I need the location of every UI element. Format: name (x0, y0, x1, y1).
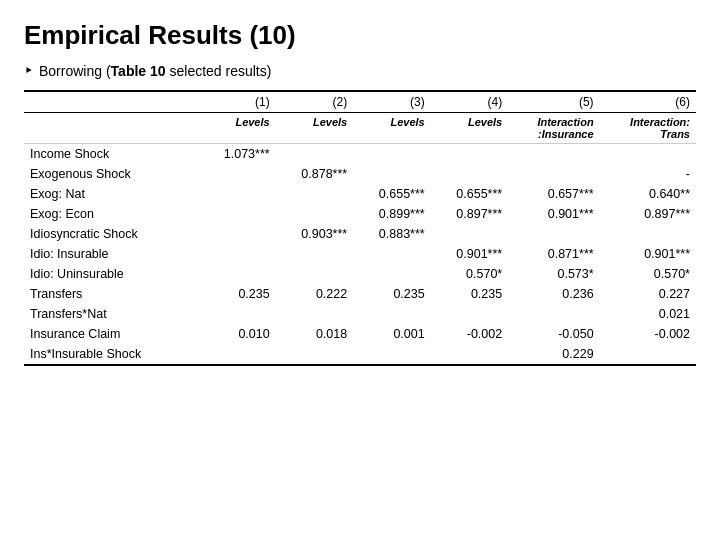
row-cell: 0.229 (508, 344, 599, 365)
row-cell: 0.901*** (431, 244, 509, 264)
row-cell (353, 244, 431, 264)
row-cell (600, 144, 696, 165)
row-cell (198, 204, 276, 224)
row-cell (276, 204, 354, 224)
col-1-subheader: Levels (198, 113, 276, 144)
row-cell (276, 244, 354, 264)
table-row: Transfers0.2350.2220.2350.2350.2360.227 (24, 284, 696, 304)
row-label: Idio: Uninsurable (24, 264, 198, 284)
row-label: Transfers*Nat (24, 304, 198, 324)
bullet-icon: ‣ (24, 61, 33, 80)
row-label: Exog: Econ (24, 204, 198, 224)
col-5-subheader: Interaction :Insurance (508, 113, 599, 144)
row-cell (431, 144, 509, 165)
row-label: Idiosyncratic Shock (24, 224, 198, 244)
row-cell (198, 184, 276, 204)
row-cell: 0.021 (600, 304, 696, 324)
row-cell: -0.002 (600, 324, 696, 344)
row-cell: 0.901*** (508, 204, 599, 224)
row-label: Exog: Nat (24, 184, 198, 204)
row-cell: 0.573* (508, 264, 599, 284)
row-cell: 0.655*** (431, 184, 509, 204)
row-cell (198, 344, 276, 365)
row-cell: 0.871*** (508, 244, 599, 264)
table-row: Idiosyncratic Shock0.903***0.883*** (24, 224, 696, 244)
row-cell (508, 224, 599, 244)
row-cell: 0.657*** (508, 184, 599, 204)
row-cell: 0.570* (600, 264, 696, 284)
table-row: Transfers*Nat0.021 (24, 304, 696, 324)
row-cell: -0.002 (431, 324, 509, 344)
table-row: Ins*Insurable Shock0.229 (24, 344, 696, 365)
row-cell (276, 304, 354, 324)
table-row: Insurance Claim0.0100.0180.001-0.002-0.0… (24, 324, 696, 344)
row-cell (353, 144, 431, 165)
table-row: Idio: Uninsurable0.570*0.573*0.570* (24, 264, 696, 284)
col-2-subheader: Levels (276, 113, 354, 144)
row-cell: 0.001 (353, 324, 431, 344)
row-cell: 0.018 (276, 324, 354, 344)
row-cell (198, 304, 276, 324)
row-cell: 0.899*** (353, 204, 431, 224)
row-cell: 0.901*** (600, 244, 696, 264)
table-row: Exogenous Shock0.878***- (24, 164, 696, 184)
subtitle: ‣ Borrowing (Table 10 selected results) (24, 61, 696, 80)
row-cell (508, 144, 599, 165)
page-title: Empirical Results (10) (24, 20, 696, 51)
col-2-header: (2) (276, 91, 354, 113)
table-row: Exog: Nat0.655***0.655***0.657***0.640** (24, 184, 696, 204)
row-cell (431, 304, 509, 324)
row-cell (431, 224, 509, 244)
col-5-header: (5) (508, 91, 599, 113)
row-label: Exogenous Shock (24, 164, 198, 184)
row-cell: 0.897*** (600, 204, 696, 224)
row-cell: 0.903*** (276, 224, 354, 244)
row-label: Transfers (24, 284, 198, 304)
col-6-subheader: Interaction: Trans (600, 113, 696, 144)
row-cell (276, 144, 354, 165)
row-cell: 0.235 (198, 284, 276, 304)
row-cell: 0.883*** (353, 224, 431, 244)
row-cell: 0.235 (353, 284, 431, 304)
row-label: Insurance Claim (24, 324, 198, 344)
row-cell: 0.222 (276, 284, 354, 304)
row-cell (508, 164, 599, 184)
row-label: Idio: Insurable (24, 244, 198, 264)
subtitle-text: Borrowing (Table 10 selected results) (39, 63, 271, 79)
row-cell (353, 304, 431, 324)
column-header-row: (1) (2) (3) (4) (5) (6) (24, 91, 696, 113)
row-cell: 0.897*** (431, 204, 509, 224)
results-table: (1) (2) (3) (4) (5) (6) Levels Levels Le… (24, 90, 696, 366)
row-cell (276, 264, 354, 284)
column-sub-header-row: Levels Levels Levels Levels Interaction … (24, 113, 696, 144)
col-1-header: (1) (198, 91, 276, 113)
row-cell (600, 344, 696, 365)
col-3-subheader: Levels (353, 113, 431, 144)
row-cell: 0.227 (600, 284, 696, 304)
col-label-subheader (24, 113, 198, 144)
row-cell (508, 304, 599, 324)
row-cell (198, 244, 276, 264)
row-cell: 0.570* (431, 264, 509, 284)
row-cell (353, 164, 431, 184)
row-cell (198, 264, 276, 284)
table-row: Exog: Econ0.899***0.897***0.901***0.897*… (24, 204, 696, 224)
row-cell: 1.073*** (198, 144, 276, 165)
row-cell (431, 164, 509, 184)
row-cell: 0.878*** (276, 164, 354, 184)
row-cell (600, 224, 696, 244)
row-cell: 0.010 (198, 324, 276, 344)
row-cell: 0.236 (508, 284, 599, 304)
table-row: Income Shock1.073*** (24, 144, 696, 165)
row-cell (198, 224, 276, 244)
col-label-header (24, 91, 198, 113)
row-label: Ins*Insurable Shock (24, 344, 198, 365)
row-cell (353, 344, 431, 365)
table-row: Idio: Insurable0.901***0.871***0.901*** (24, 244, 696, 264)
row-cell: 0.640** (600, 184, 696, 204)
row-cell: 0.235 (431, 284, 509, 304)
col-6-header: (6) (600, 91, 696, 113)
row-cell (353, 264, 431, 284)
row-cell (276, 344, 354, 365)
row-label: Income Shock (24, 144, 198, 165)
